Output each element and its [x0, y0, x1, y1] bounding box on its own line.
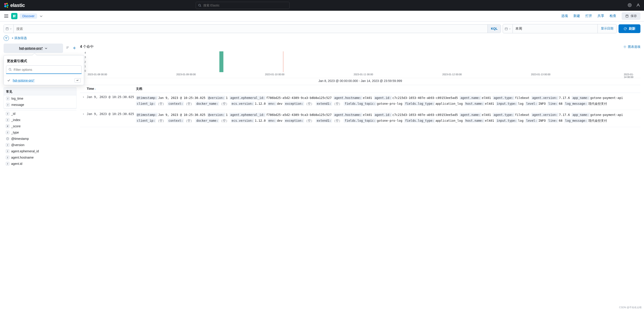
- field-key: input.type:: [496, 102, 518, 106]
- field-key: level:: [525, 119, 538, 123]
- field-key: env:: [268, 102, 276, 106]
- field-value: （空）: [156, 119, 166, 122]
- field-key: agent.version:: [531, 96, 558, 100]
- field-value: 1: [226, 96, 228, 100]
- field-name: agent.id: [11, 162, 22, 166]
- filter-bar: + 添加筛选: [0, 33, 644, 43]
- chart-options-button[interactable]: 图表选项: [623, 45, 640, 49]
- field-value: application_log: [435, 102, 463, 105]
- collapse-sidebar-icon[interactable]: [72, 46, 76, 51]
- field-value: Jan 9, 2023 @ 10:25:30.025: [158, 113, 205, 117]
- saved-query-button[interactable]: [4, 24, 14, 33]
- elastic-logo[interactable]: elastic: [4, 2, 25, 8]
- field-value: INFO: [538, 119, 546, 122]
- expand-row-button[interactable]: ›: [80, 112, 87, 123]
- index-pattern-popover: 更改索引模式 hqt-gotone-pro* ↵: [4, 55, 84, 85]
- add-filter-button[interactable]: + 添加筛选: [12, 36, 27, 40]
- histogram-chart[interactable]: 43210 2023-01-08 00:002023-01-09 00:0020…: [80, 51, 640, 78]
- nav-options[interactable]: 选项: [561, 14, 568, 18]
- date-quick-button[interactable]: [503, 24, 513, 33]
- field-stats-icon[interactable]: [66, 46, 70, 51]
- field-key: @version:: [207, 96, 226, 100]
- svg-rect-23: [68, 47, 69, 47]
- search-icon: [8, 68, 12, 71]
- nav-open[interactable]: 打开: [586, 14, 592, 18]
- gear-icon: [623, 45, 626, 48]
- field-type-icon: t: [6, 103, 10, 106]
- popover-option-label[interactable]: hqt-gotone-pro*: [13, 79, 34, 82]
- col-doc-header: 文档: [136, 87, 640, 91]
- popover-option[interactable]: hqt-gotone-pro* ↵: [4, 76, 84, 85]
- newsfeed-icon[interactable]: [628, 3, 632, 8]
- svg-point-25: [9, 68, 11, 70]
- field-key: log_message:: [564, 119, 588, 123]
- field-value: elk01: [482, 113, 491, 117]
- field-item[interactable]: tmessage: [4, 102, 76, 108]
- field-value: （空）: [220, 102, 229, 105]
- field-key: app_name:: [572, 113, 590, 117]
- field-key: agent.name:: [460, 113, 481, 117]
- popover-filter[interactable]: [6, 65, 82, 74]
- svg-point-2: [7, 4, 8, 6]
- app-header: 默 Discover 选项 新建 打开 共享 检查 保存: [0, 11, 644, 21]
- global-search[interactable]: [196, 2, 290, 9]
- field-value: （空）: [184, 119, 194, 122]
- expand-row-button[interactable]: ›: [80, 95, 87, 106]
- field-value: 现代金控支付: [588, 102, 607, 105]
- help-icon[interactable]: [636, 3, 640, 8]
- field-key: client_ip:: [136, 102, 156, 106]
- nav-inspect[interactable]: 检查: [610, 14, 616, 18]
- field-item[interactable]: t_type: [4, 129, 76, 136]
- field-value: （空）: [304, 102, 314, 105]
- field-item[interactable]: tagent.ephemeral_id: [4, 148, 76, 154]
- filter-menu-button[interactable]: [4, 35, 9, 41]
- field-value: gotone-pro-log: [377, 119, 402, 122]
- sidebar: hqt-gotone-pro* 更改索引模式 hqt-gotone-pro* ↵: [4, 43, 76, 167]
- field-item[interactable]: #_score: [4, 123, 76, 129]
- index-pattern-button[interactable]: hqt-gotone-pro*: [4, 43, 63, 53]
- field-value: 现代金控支付: [588, 119, 607, 122]
- date-value[interactable]: 本周: [513, 24, 598, 33]
- svg-point-3: [4, 5, 6, 7]
- hamburger-icon[interactable]: [4, 13, 9, 19]
- query-input-group: KQL: [4, 24, 501, 33]
- app-breadcrumb[interactable]: Discover: [20, 13, 37, 19]
- svg-point-4: [7, 6, 8, 8]
- filter-icon: [5, 37, 8, 40]
- field-key: line:: [548, 102, 558, 106]
- histogram-bar[interactable]: [219, 51, 224, 72]
- kql-input[interactable]: [14, 24, 488, 33]
- space-selector[interactable]: 默: [11, 13, 18, 19]
- field-name: _score: [11, 124, 20, 128]
- chevron-down-icon[interactable]: [39, 14, 43, 18]
- refresh-button[interactable]: 刷新: [618, 24, 640, 33]
- field-value: dev: [277, 102, 282, 105]
- field-value: （空）: [332, 119, 342, 122]
- show-dates-button[interactable]: 显示日期: [598, 24, 616, 33]
- popover-filter-input[interactable]: [14, 68, 79, 71]
- field-key: docker_name:: [196, 102, 219, 106]
- field-key: env:: [268, 119, 276, 123]
- refresh-icon: [624, 27, 627, 30]
- global-search-input[interactable]: [203, 3, 287, 7]
- field-item[interactable]: t_index: [4, 117, 76, 123]
- table-row: ›Jan 9, 2023 @ 10:25:30.025@timestamp:Ja…: [80, 110, 640, 127]
- time-range-text: Jan 8, 2023 @ 00:00:00.000 - Jan 14, 202…: [80, 78, 640, 85]
- save-button[interactable]: 保存: [622, 12, 640, 20]
- field-key: @version:: [207, 113, 226, 117]
- field-key: context:: [168, 119, 184, 123]
- nav-share[interactable]: 共享: [598, 14, 604, 18]
- query-lang-toggle[interactable]: KQL: [488, 24, 501, 33]
- field-key: fields.log_type:: [404, 102, 435, 106]
- field-item[interactable]: tagent.hostname: [4, 154, 76, 161]
- nav-new[interactable]: 新建: [573, 14, 580, 18]
- col-time-header[interactable]: Time↓: [87, 87, 136, 91]
- field-item[interactable]: t_id: [4, 111, 76, 117]
- field-item[interactable]: tlog_time: [4, 95, 76, 102]
- field-item[interactable]: @timestamp: [4, 136, 76, 142]
- field-key: agent.hostname:: [334, 113, 362, 117]
- svg-point-8: [629, 4, 630, 6]
- field-type-icon: t: [6, 156, 10, 159]
- field-item[interactable]: tagent.id: [4, 161, 76, 167]
- field-item[interactable]: t@version: [4, 142, 76, 148]
